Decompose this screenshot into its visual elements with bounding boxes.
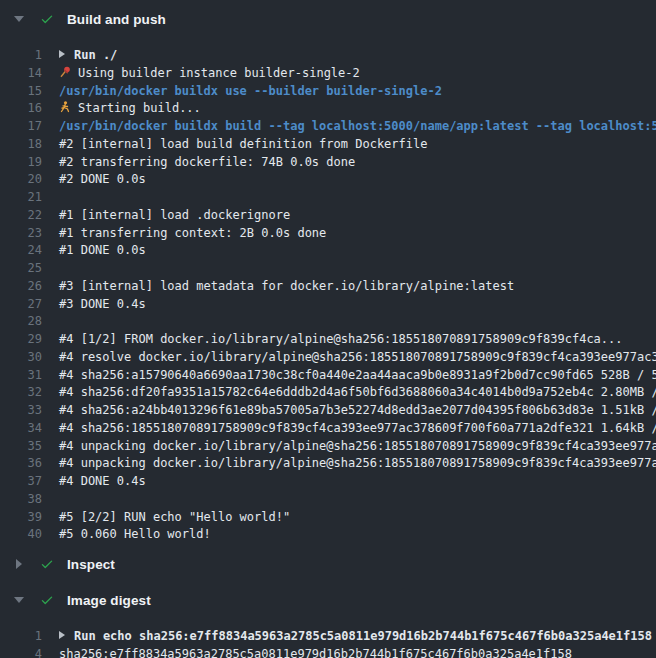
line-number[interactable]: 22 <box>0 207 42 225</box>
line-number[interactable]: 32 <box>0 384 42 402</box>
log-line-text: /usr/bin/docker buildx build --tag local… <box>59 118 656 136</box>
line-number[interactable]: 27 <box>0 296 42 314</box>
step-section: Inspect <box>0 546 656 582</box>
line-number[interactable]: 35 <box>0 438 42 456</box>
line-number[interactable]: 1 <box>0 628 42 646</box>
log-line-text: #4 DONE 0.4s <box>59 473 146 491</box>
log-text: #5 0.060 Hello world! <box>59 527 211 541</box>
log-text: #4 sha256:df20fa9351a15782c64e6dddb2d4a6… <box>59 385 656 399</box>
log-line: 27 #3 DONE 0.4s <box>0 296 656 314</box>
line-number[interactable]: 16 <box>0 100 42 118</box>
step-header[interactable]: Inspect <box>0 546 656 582</box>
log-line-text: #5 [2/2] RUN echo "Hello world!" <box>59 509 290 527</box>
log-line: 14 Using builder instance builder-single… <box>0 65 656 83</box>
log-line: 4 sha256:e7ff8834a5963a2785c5a0811e979d1… <box>0 646 656 658</box>
log-text: Run ./ <box>74 48 117 62</box>
log-line-text: #3 [internal] load metadata for docker.i… <box>59 278 514 296</box>
line-number[interactable]: 31 <box>0 367 42 385</box>
log-line-text: #2 transferring dockerfile: 74B 0.0s don… <box>59 154 355 172</box>
line-number[interactable]: 25 <box>0 260 42 278</box>
runner-icon <box>59 101 72 113</box>
line-number[interactable]: 29 <box>0 331 42 349</box>
log-line: 17 /usr/bin/docker buildx build --tag lo… <box>0 118 656 136</box>
log-line: 21 <box>0 189 656 207</box>
log-line-text: Run ./ <box>59 47 117 65</box>
log-line: 16 Starting build... <box>0 100 656 118</box>
log-line: 22 #1 [internal] load .dockerignore <box>0 207 656 225</box>
log-text: #1 DONE 0.0s <box>59 243 146 257</box>
log-line-text: #4 sha256:a24bb4013296f61e89ba57005a7b3e… <box>59 402 656 420</box>
log-line: 30 #4 resolve docker.io/library/alpine@s… <box>0 349 656 367</box>
line-number[interactable]: 18 <box>0 136 42 154</box>
step-header[interactable]: Image digest <box>0 582 656 618</box>
log-text: #4 sha256:a24bb4013296f61e89ba57005a7b3e… <box>59 403 656 417</box>
log-text: #4 [1/2] FROM docker.io/library/alpine@s… <box>59 332 623 346</box>
log-text: sha256:e7ff8834a5963a2785c5a0811e979d16b… <box>59 647 572 658</box>
log-text: Run echo sha256:e7ff8834a5963a2785c5a081… <box>74 629 652 643</box>
line-number[interactable]: 20 <box>0 171 42 189</box>
log-line: 20 #2 DONE 0.0s <box>0 171 656 189</box>
log-line-text: #1 transferring context: 2B 0.0s done <box>59 225 326 243</box>
line-number[interactable]: 4 <box>0 646 42 658</box>
line-number[interactable]: 15 <box>0 83 42 101</box>
log-line-text: #4 unpacking docker.io/library/alpine@sh… <box>59 455 656 473</box>
log-line-text: #2 [internal] load build definition from… <box>59 136 427 154</box>
chevron-right-icon[interactable] <box>14 559 24 569</box>
line-number[interactable]: 37 <box>0 473 42 491</box>
log-line-text: #1 [internal] load .dockerignore <box>59 207 290 225</box>
line-number[interactable]: 23 <box>0 225 42 243</box>
log-text: #1 transferring context: 2B 0.0s done <box>59 226 326 240</box>
log-text: #4 unpacking docker.io/library/alpine@sh… <box>59 439 656 453</box>
log-line: 1 Run ./ <box>0 47 656 65</box>
log-text: Using builder instance builder-single-2 <box>78 66 360 80</box>
line-number[interactable]: 33 <box>0 402 42 420</box>
line-number[interactable]: 26 <box>0 278 42 296</box>
line-number[interactable]: 34 <box>0 420 42 438</box>
chevron-down-icon[interactable] <box>14 597 24 603</box>
line-number[interactable]: 17 <box>0 118 42 136</box>
workflow-log: Build and push 1 Run ./ 14 Using builder… <box>0 0 656 658</box>
line-number[interactable]: 19 <box>0 154 42 172</box>
log-line: 25 <box>0 260 656 278</box>
log-line-text: #5 0.060 Hello world! <box>59 526 211 544</box>
group-expand-icon[interactable] <box>59 631 65 639</box>
line-number[interactable]: 24 <box>0 242 42 260</box>
log-text: /usr/bin/docker buildx build --tag local… <box>59 119 656 133</box>
line-number[interactable]: 1 <box>0 47 42 65</box>
steps-container: Build and push 1 Run ./ 14 Using builder… <box>0 1 656 658</box>
chevron-down-icon[interactable] <box>14 16 24 22</box>
log-text: #4 sha256:185518070891758909c9f839cf4ca3… <box>59 421 656 435</box>
step-title: Build and push <box>67 12 166 27</box>
line-number[interactable]: 39 <box>0 509 42 527</box>
log-line-text: #4 sha256:185518070891758909c9f839cf4ca3… <box>59 420 656 438</box>
line-number[interactable]: 36 <box>0 455 42 473</box>
log-line-text: #3 DONE 0.4s <box>59 296 146 314</box>
log-line-text: #4 sha256:a15790640a6690aa1730c38cf0a440… <box>59 367 656 385</box>
step-log-body: 1 Run ./ 14 Using builder instance build… <box>0 37 656 546</box>
log-line-text: #4 unpacking docker.io/library/alpine@sh… <box>59 438 656 456</box>
pushpin-icon <box>59 66 72 78</box>
log-text: #3 DONE 0.4s <box>59 297 146 311</box>
line-number[interactable]: 14 <box>0 65 42 83</box>
log-line: 33 #4 sha256:a24bb4013296f61e89ba57005a7… <box>0 402 656 420</box>
step-section: Build and push 1 Run ./ 14 Using builder… <box>0 1 656 546</box>
line-number[interactable]: 30 <box>0 349 42 367</box>
log-text: #1 [internal] load .dockerignore <box>59 208 290 222</box>
log-line: 35 #4 unpacking docker.io/library/alpine… <box>0 438 656 456</box>
log-line-text: /usr/bin/docker buildx use --builder bui… <box>59 83 442 101</box>
line-number[interactable]: 40 <box>0 526 42 544</box>
log-text: #5 [2/2] RUN echo "Hello world!" <box>59 510 290 524</box>
log-line-text: #4 resolve docker.io/library/alpine@sha2… <box>59 349 656 367</box>
log-text: Starting build... <box>78 101 201 115</box>
step-header[interactable]: Build and push <box>0 1 656 37</box>
line-number[interactable]: 28 <box>0 313 42 331</box>
line-number[interactable]: 38 <box>0 491 42 509</box>
group-expand-icon[interactable] <box>59 50 65 58</box>
line-number[interactable]: 21 <box>0 189 42 207</box>
log-line: 26 #3 [internal] load metadata for docke… <box>0 278 656 296</box>
log-text: #4 unpacking docker.io/library/alpine@sh… <box>59 456 656 470</box>
log-line: 32 #4 sha256:df20fa9351a15782c64e6dddb2d… <box>0 384 656 402</box>
log-line: 31 #4 sha256:a15790640a6690aa1730c38cf0a… <box>0 367 656 385</box>
check-icon <box>40 557 54 571</box>
log-line-text: #4 sha256:df20fa9351a15782c64e6dddb2d4a6… <box>59 384 656 402</box>
